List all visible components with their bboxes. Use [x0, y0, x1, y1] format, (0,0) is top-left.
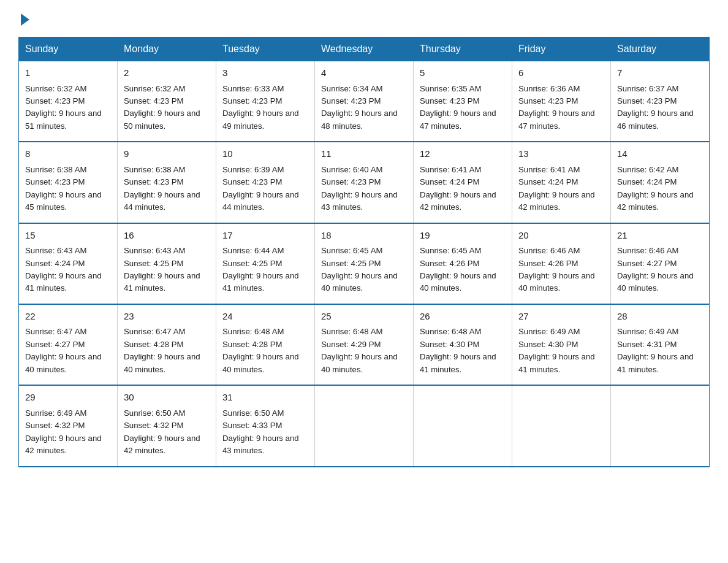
day-number: 31 [222, 391, 308, 405]
calendar-day-cell: 23Sunrise: 6:47 AMSunset: 4:28 PMDayligh… [118, 304, 216, 385]
day-info: Sunrise: 6:50 AMSunset: 4:32 PMDaylight:… [124, 408, 200, 455]
day-number: 21 [617, 229, 703, 243]
calendar-day-cell: 5Sunrise: 6:35 AMSunset: 4:23 PMDaylight… [414, 61, 512, 142]
day-number: 22 [25, 310, 111, 324]
calendar-day-cell: 9Sunrise: 6:38 AMSunset: 4:23 PMDaylight… [118, 142, 216, 223]
calendar-day-cell [414, 385, 512, 466]
calendar-day-cell: 29Sunrise: 6:49 AMSunset: 4:32 PMDayligh… [19, 385, 118, 466]
day-info: Sunrise: 6:41 AMSunset: 4:24 PMDaylight:… [420, 165, 496, 212]
calendar-day-cell: 18Sunrise: 6:45 AMSunset: 4:25 PMDayligh… [315, 223, 414, 304]
day-number: 11 [321, 147, 407, 161]
day-info: Sunrise: 6:48 AMSunset: 4:29 PMDaylight:… [321, 327, 398, 373]
logo [18, 12, 29, 26]
calendar-day-cell: 7Sunrise: 6:37 AMSunset: 4:23 PMDaylight… [611, 61, 710, 142]
calendar-day-cell: 11Sunrise: 6:40 AMSunset: 4:23 PMDayligh… [315, 142, 414, 223]
calendar-day-cell: 30Sunrise: 6:50 AMSunset: 4:32 PMDayligh… [118, 385, 216, 466]
calendar-week-row: 29Sunrise: 6:49 AMSunset: 4:32 PMDayligh… [19, 385, 710, 466]
calendar-day-cell: 12Sunrise: 6:41 AMSunset: 4:24 PMDayligh… [414, 142, 512, 223]
day-info: Sunrise: 6:47 AMSunset: 4:27 PMDaylight:… [25, 327, 102, 373]
weekday-header-monday: Monday [118, 37, 216, 61]
day-info: Sunrise: 6:33 AMSunset: 4:23 PMDaylight:… [222, 84, 299, 131]
day-number: 9 [124, 147, 210, 161]
calendar-day-cell: 14Sunrise: 6:42 AMSunset: 4:24 PMDayligh… [611, 142, 710, 223]
day-info: Sunrise: 6:39 AMSunset: 4:23 PMDaylight:… [222, 165, 299, 212]
day-number: 27 [518, 310, 604, 324]
calendar-week-row: 22Sunrise: 6:47 AMSunset: 4:27 PMDayligh… [19, 304, 710, 385]
calendar-day-cell: 2Sunrise: 6:32 AMSunset: 4:23 PMDaylight… [118, 61, 216, 142]
day-info: Sunrise: 6:32 AMSunset: 4:23 PMDaylight:… [124, 84, 200, 131]
calendar-day-cell [512, 385, 611, 466]
day-info: Sunrise: 6:42 AMSunset: 4:24 PMDaylight:… [617, 165, 694, 212]
calendar-day-cell: 4Sunrise: 6:34 AMSunset: 4:23 PMDaylight… [315, 61, 414, 142]
day-number: 16 [124, 229, 210, 243]
weekday-header-wednesday: Wednesday [315, 37, 414, 61]
day-number: 18 [321, 229, 407, 243]
day-info: Sunrise: 6:37 AMSunset: 4:23 PMDaylight:… [617, 84, 694, 131]
page-header [18, 12, 710, 26]
day-info: Sunrise: 6:49 AMSunset: 4:30 PMDaylight:… [518, 327, 595, 373]
calendar-week-row: 8Sunrise: 6:38 AMSunset: 4:23 PMDaylight… [19, 142, 710, 223]
day-info: Sunrise: 6:38 AMSunset: 4:23 PMDaylight:… [25, 165, 102, 212]
day-info: Sunrise: 6:32 AMSunset: 4:23 PMDaylight:… [25, 84, 102, 131]
weekday-header-thursday: Thursday [414, 37, 512, 61]
calendar-week-row: 1Sunrise: 6:32 AMSunset: 4:23 PMDaylight… [19, 61, 710, 142]
day-info: Sunrise: 6:49 AMSunset: 4:31 PMDaylight:… [617, 327, 694, 373]
day-number: 8 [25, 147, 111, 161]
day-number: 10 [222, 147, 308, 161]
logo-arrow-icon [21, 13, 29, 26]
calendar-day-cell: 25Sunrise: 6:48 AMSunset: 4:29 PMDayligh… [315, 304, 414, 385]
day-info: Sunrise: 6:38 AMSunset: 4:23 PMDaylight:… [124, 165, 200, 212]
weekday-header-sunday: Sunday [19, 37, 118, 61]
day-info: Sunrise: 6:45 AMSunset: 4:25 PMDaylight:… [321, 246, 398, 293]
day-number: 14 [617, 147, 703, 161]
day-number: 17 [222, 229, 308, 243]
day-number: 5 [420, 66, 506, 80]
day-info: Sunrise: 6:41 AMSunset: 4:24 PMDaylight:… [518, 165, 595, 212]
weekday-header-friday: Friday [512, 37, 611, 61]
day-info: Sunrise: 6:48 AMSunset: 4:28 PMDaylight:… [222, 327, 299, 373]
calendar-day-cell: 13Sunrise: 6:41 AMSunset: 4:24 PMDayligh… [512, 142, 611, 223]
calendar-day-cell: 3Sunrise: 6:33 AMSunset: 4:23 PMDaylight… [216, 61, 315, 142]
day-number: 24 [222, 310, 308, 324]
calendar-day-cell: 8Sunrise: 6:38 AMSunset: 4:23 PMDaylight… [19, 142, 118, 223]
day-number: 30 [124, 391, 210, 405]
day-info: Sunrise: 6:48 AMSunset: 4:30 PMDaylight:… [420, 327, 496, 373]
calendar-day-cell: 24Sunrise: 6:48 AMSunset: 4:28 PMDayligh… [216, 304, 315, 385]
calendar-day-cell: 28Sunrise: 6:49 AMSunset: 4:31 PMDayligh… [611, 304, 710, 385]
day-number: 2 [124, 66, 210, 80]
calendar-day-cell: 17Sunrise: 6:44 AMSunset: 4:25 PMDayligh… [216, 223, 315, 304]
calendar-day-cell [611, 385, 710, 466]
day-info: Sunrise: 6:50 AMSunset: 4:33 PMDaylight:… [222, 408, 299, 455]
calendar-week-row: 15Sunrise: 6:43 AMSunset: 4:24 PMDayligh… [19, 223, 710, 304]
calendar-day-cell [315, 385, 414, 466]
calendar-day-cell: 15Sunrise: 6:43 AMSunset: 4:24 PMDayligh… [19, 223, 118, 304]
calendar-day-cell: 19Sunrise: 6:45 AMSunset: 4:26 PMDayligh… [414, 223, 512, 304]
day-info: Sunrise: 6:36 AMSunset: 4:23 PMDaylight:… [518, 84, 595, 131]
day-number: 29 [25, 391, 111, 405]
day-number: 13 [518, 147, 604, 161]
calendar-day-cell: 22Sunrise: 6:47 AMSunset: 4:27 PMDayligh… [19, 304, 118, 385]
day-number: 4 [321, 66, 407, 80]
calendar-day-cell: 26Sunrise: 6:48 AMSunset: 4:30 PMDayligh… [414, 304, 512, 385]
calendar-day-cell: 6Sunrise: 6:36 AMSunset: 4:23 PMDaylight… [512, 61, 611, 142]
day-number: 19 [420, 229, 506, 243]
calendar-day-cell: 1Sunrise: 6:32 AMSunset: 4:23 PMDaylight… [19, 61, 118, 142]
calendar-table: SundayMondayTuesdayWednesdayThursdayFrid… [18, 37, 710, 467]
day-info: Sunrise: 6:34 AMSunset: 4:23 PMDaylight:… [321, 84, 398, 131]
day-info: Sunrise: 6:35 AMSunset: 4:23 PMDaylight:… [420, 84, 496, 131]
day-info: Sunrise: 6:43 AMSunset: 4:24 PMDaylight:… [25, 246, 102, 293]
day-number: 12 [420, 147, 506, 161]
day-number: 6 [518, 66, 604, 80]
day-info: Sunrise: 6:43 AMSunset: 4:25 PMDaylight:… [124, 246, 200, 293]
weekday-header-saturday: Saturday [611, 37, 710, 61]
day-number: 25 [321, 310, 407, 324]
calendar-day-cell: 21Sunrise: 6:46 AMSunset: 4:27 PMDayligh… [611, 223, 710, 304]
calendar-day-cell: 31Sunrise: 6:50 AMSunset: 4:33 PMDayligh… [216, 385, 315, 466]
calendar-day-cell: 20Sunrise: 6:46 AMSunset: 4:26 PMDayligh… [512, 223, 611, 304]
calendar-day-cell: 27Sunrise: 6:49 AMSunset: 4:30 PMDayligh… [512, 304, 611, 385]
day-number: 15 [25, 229, 111, 243]
day-number: 23 [124, 310, 210, 324]
calendar-day-cell: 16Sunrise: 6:43 AMSunset: 4:25 PMDayligh… [118, 223, 216, 304]
day-number: 1 [25, 66, 111, 80]
day-info: Sunrise: 6:44 AMSunset: 4:25 PMDaylight:… [222, 246, 299, 293]
